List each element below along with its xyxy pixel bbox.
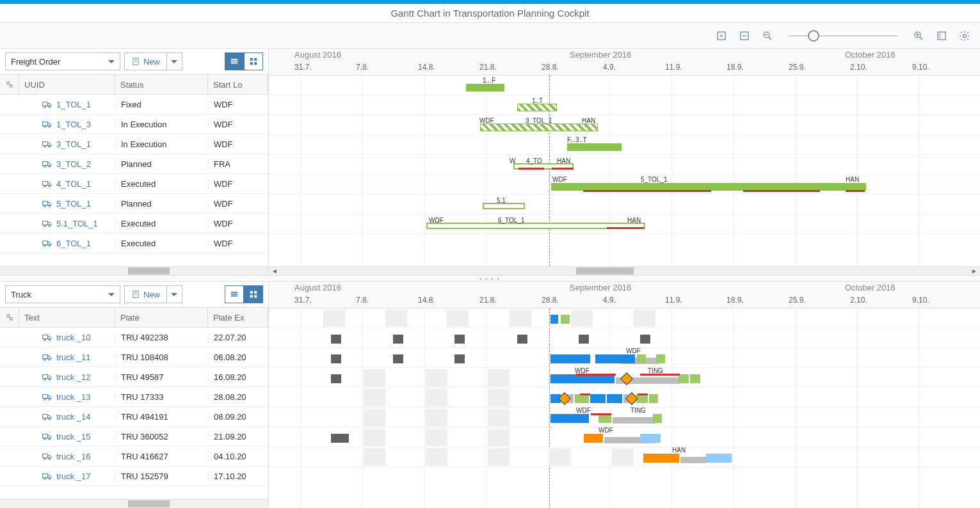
view-grid-button-2[interactable] xyxy=(244,285,263,303)
uuid-link[interactable]: 1_TOL_3 xyxy=(56,120,91,129)
new-button-2[interactable]: New xyxy=(124,285,167,303)
column-text[interactable]: Text xyxy=(19,308,115,327)
view-list-button-2[interactable] xyxy=(225,285,244,303)
truck-link[interactable]: truck _12 xyxy=(56,372,90,382)
day-label: 2.10. xyxy=(850,63,867,72)
uuid-link[interactable]: 5_TOL_1 xyxy=(56,199,91,209)
table-row[interactable]: 6_TOL_1ExecutedWDF xyxy=(0,234,268,253)
table-row[interactable]: 3_TOL_1In ExecutionWDF xyxy=(0,134,268,154)
svg-rect-31 xyxy=(43,202,48,205)
gantt-hscrollbar[interactable]: ◄► xyxy=(269,266,980,275)
gantt-bar[interactable]: F...3..T xyxy=(567,143,622,151)
table-row[interactable]: truck _11TRU 10840806.08.20 xyxy=(0,347,268,367)
gantt-bar[interactable]: 1..T xyxy=(517,104,557,111)
table-row[interactable]: truck _13TRU 1733328.08.20 xyxy=(0,387,268,407)
truck-link[interactable]: truck _10 xyxy=(56,333,90,342)
gantt-block[interactable] xyxy=(454,335,465,344)
gantt-block[interactable] xyxy=(640,335,650,344)
column-plate[interactable]: Plate xyxy=(115,308,208,327)
expand-all-2-icon[interactable] xyxy=(0,308,19,327)
truck-icon xyxy=(42,159,52,168)
table-row[interactable]: truck _12TRU 4958716.08.20 xyxy=(0,367,268,387)
uuid-link[interactable]: 5.1_TOL_1 xyxy=(56,219,98,228)
gantt-block[interactable] xyxy=(579,335,589,344)
table-row[interactable]: 4_TOL_1ExecutedWDF xyxy=(0,174,268,194)
month-label: September 2016 xyxy=(570,283,631,292)
expand-in-icon[interactable] xyxy=(716,30,727,42)
gantt-block[interactable] xyxy=(331,374,341,383)
column-uuid[interactable]: UUID xyxy=(19,75,115,94)
truck-link[interactable]: truck _15 xyxy=(56,432,90,441)
settings-icon[interactable] xyxy=(959,30,970,42)
table-row[interactable]: 3_TOL_2PlannedFRA xyxy=(0,154,268,174)
zoom-out-icon[interactable] xyxy=(762,30,773,42)
page-title: Gantt Chart in Transportation Planning C… xyxy=(0,4,980,23)
gantt-block[interactable] xyxy=(550,315,558,324)
uuid-link[interactable]: 6_TOL_1 xyxy=(56,239,91,248)
zoom-in-icon[interactable] xyxy=(913,30,924,42)
truck-link[interactable]: truck _13 xyxy=(56,392,90,402)
gantt-block[interactable] xyxy=(550,374,615,383)
new-button[interactable]: New xyxy=(124,52,167,70)
splitter-handle[interactable]: • • • • xyxy=(0,275,980,282)
gantt-block[interactable] xyxy=(331,434,349,443)
table-row[interactable]: truck _15TRU 36005221.09.20 xyxy=(0,427,268,447)
gantt-block[interactable] xyxy=(584,434,603,443)
uuid-link[interactable]: 4_TOL_1 xyxy=(56,179,91,189)
gantt-block[interactable] xyxy=(643,454,679,463)
hscrollbar[interactable] xyxy=(0,266,268,275)
truck-link[interactable]: truck _14 xyxy=(56,412,90,422)
column-start[interactable]: Start Lo xyxy=(208,75,268,94)
new-button-2-dropdown[interactable] xyxy=(167,285,182,303)
gantt-bar[interactable]: WDF5_TOL_1HAN xyxy=(551,183,866,191)
uuid-link[interactable]: 1_TOL_1 xyxy=(56,100,91,109)
gantt-block[interactable] xyxy=(331,354,341,363)
exp-cell: 04.10.20 xyxy=(208,452,268,461)
truck-link[interactable]: truck _11 xyxy=(56,353,90,362)
view-list-button[interactable] xyxy=(225,52,244,70)
expand-all-icon[interactable] xyxy=(0,75,19,94)
zoom-slider[interactable] xyxy=(789,35,897,36)
svg-point-32 xyxy=(44,205,46,207)
day-label: 14.8. xyxy=(418,296,435,305)
expand-out-icon[interactable] xyxy=(739,30,750,42)
table-row[interactable]: 1_TOL_3In ExecutionWDF xyxy=(0,115,268,134)
gantt-block[interactable] xyxy=(454,354,465,363)
gantt-block[interactable] xyxy=(595,354,635,363)
column-exp[interactable]: Plate Ex xyxy=(208,308,268,327)
table-row[interactable]: truck _16TRU 41662704.10.20 xyxy=(0,447,268,466)
gantt-block[interactable] xyxy=(517,335,527,344)
truck-link[interactable]: truck _17 xyxy=(56,472,90,481)
gantt-block[interactable] xyxy=(550,414,589,423)
type-select[interactable]: Freight Order xyxy=(5,52,120,70)
view-grid-button[interactable] xyxy=(244,52,263,70)
gantt-bar[interactable]: W4_TOHAN xyxy=(513,163,574,170)
gantt-block[interactable] xyxy=(393,335,403,344)
table-row[interactable]: 5_TOL_1PlannedWDF xyxy=(0,194,268,214)
table-row[interactable]: truck _17TRU 15257917.10.20 xyxy=(0,466,268,486)
uuid-link[interactable]: 3_TOL_1 xyxy=(56,139,91,149)
type-select-2[interactable]: Truck xyxy=(5,285,120,303)
start-cell: WDF xyxy=(208,179,268,189)
table-row[interactable]: 1_TOL_1FixedWDF xyxy=(0,95,268,115)
legend-icon[interactable] xyxy=(936,30,947,42)
truck-icon xyxy=(42,333,52,342)
gantt-bar[interactable]: WDF3_TOL_1HAN xyxy=(480,123,598,131)
column-status[interactable]: Status xyxy=(115,75,208,94)
gantt-bar[interactable]: WDF6_TOL_1HAN xyxy=(426,223,645,229)
exp-cell: 16.08.20 xyxy=(208,372,268,382)
table-row[interactable]: truck _10TRU 49223822.07.20 xyxy=(0,328,268,347)
table-row[interactable]: 5.1_TOL_1ExecutedWDF xyxy=(0,214,268,234)
truck-link[interactable]: truck _16 xyxy=(56,452,90,461)
gantt-bar[interactable]: 5.1 xyxy=(483,203,525,209)
new-button-dropdown[interactable] xyxy=(167,52,182,70)
gantt-block[interactable] xyxy=(393,354,403,363)
uuid-link[interactable]: 3_TOL_2 xyxy=(56,159,91,169)
gantt-block[interactable] xyxy=(550,354,590,363)
freight-order-pane: Freight Order New UUID Status xyxy=(0,49,269,275)
hscrollbar-2[interactable] xyxy=(0,499,268,508)
gantt-bar[interactable]: 1...F xyxy=(466,84,504,91)
start-cell: WDF xyxy=(208,219,268,228)
table-row[interactable]: truck _14TRU 49419108.09.20 xyxy=(0,407,268,427)
gantt-block[interactable] xyxy=(331,335,341,344)
